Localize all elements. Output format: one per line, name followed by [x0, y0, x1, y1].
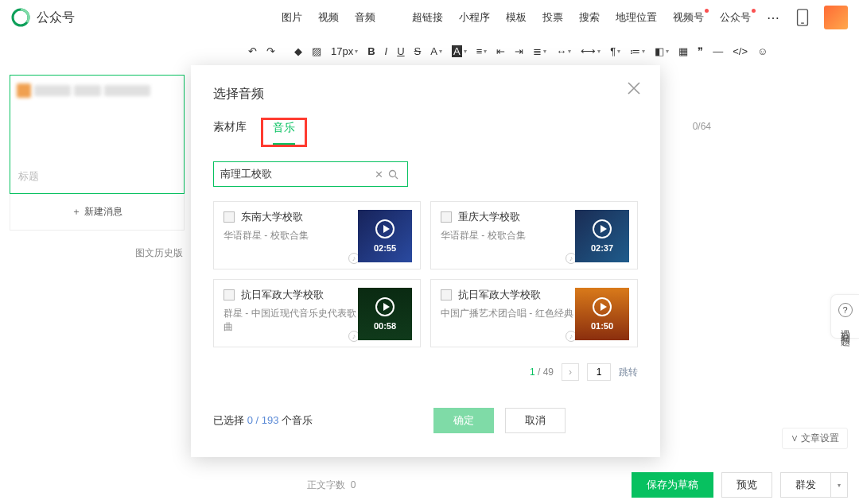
- modal-footer: 已选择 0 / 193 个音乐 确定 取消: [213, 408, 638, 433]
- checkbox-icon[interactable]: [441, 289, 452, 300]
- duration: 01:50: [591, 321, 613, 331]
- results-grid: 东南大学校歌华语群星 - 校歌合集♪02:55重庆大学校歌华语群星 - 校歌合集…: [213, 201, 638, 347]
- page-total: 49: [543, 366, 554, 378]
- cancel-button[interactable]: 取消: [505, 408, 566, 433]
- checkbox-icon[interactable]: [223, 289, 235, 300]
- result-item[interactable]: 抗日军政大学校歌群星 - 中国近现代音乐史代表歌曲♪00:58: [213, 279, 421, 347]
- result-item[interactable]: 抗日军政大学校歌中国广播艺术团合唱 - 红色经典♪01:50: [430, 279, 638, 347]
- page-current: 1: [530, 366, 535, 378]
- svg-point-3: [390, 170, 396, 176]
- modal-tabs: 素材库 音乐: [213, 120, 638, 147]
- page-jump-button[interactable]: 跳转: [619, 366, 638, 379]
- duration: 02:37: [591, 243, 613, 253]
- modal-title: 选择音频: [213, 86, 638, 103]
- checkbox-icon[interactable]: [223, 211, 235, 223]
- result-title: 东南大学校歌: [241, 210, 303, 224]
- pager: 1 / 49 › 跳转: [213, 363, 638, 381]
- result-title: 抗日军政大学校歌: [458, 288, 541, 302]
- audio-thumbnail[interactable]: 00:58: [358, 288, 412, 340]
- result-item[interactable]: 重庆大学校歌华语群星 - 校歌合集♪02:37: [430, 201, 638, 269]
- play-icon[interactable]: [375, 297, 395, 316]
- highlight-annotation: 音乐: [261, 118, 307, 147]
- search-box: ✕: [213, 161, 408, 187]
- audio-thumbnail[interactable]: 01:50: [575, 288, 629, 340]
- result-title: 重庆大学校歌: [458, 210, 520, 224]
- audio-thumbnail[interactable]: 02:55: [358, 210, 412, 262]
- result-subtitle: 群星 - 中国近现代音乐史代表歌曲: [223, 307, 358, 334]
- duration: 02:55: [374, 243, 396, 253]
- tab-music[interactable]: 音乐: [273, 121, 295, 145]
- next-page-button[interactable]: ›: [562, 363, 579, 381]
- tab-library[interactable]: 素材库: [213, 120, 247, 147]
- audio-thumbnail[interactable]: 02:37: [575, 210, 629, 262]
- play-icon[interactable]: [593, 297, 612, 316]
- play-icon[interactable]: [593, 219, 612, 238]
- select-audio-modal: 选择音频 素材库 音乐 ✕ 东南大学校歌华语群星 - 校歌合集♪02:55重庆大…: [191, 65, 660, 457]
- clear-icon[interactable]: ✕: [372, 169, 386, 180]
- confirm-button[interactable]: 确定: [433, 408, 494, 433]
- page-jump-input[interactable]: [587, 363, 611, 381]
- result-subtitle: 华语群星 - 校歌合集: [223, 229, 358, 242]
- result-subtitle: 中国广播艺术团合唱 - 红色经典: [441, 307, 575, 320]
- result-item[interactable]: 东南大学校歌华语群星 - 校歌合集♪02:55: [213, 201, 421, 269]
- close-icon[interactable]: [625, 79, 643, 97]
- result-subtitle: 华语群星 - 校歌合集: [441, 229, 575, 242]
- result-title: 抗日军政大学校歌: [241, 288, 324, 302]
- search-input[interactable]: [220, 169, 372, 180]
- checkbox-icon[interactable]: [441, 211, 452, 223]
- duration: 00:58: [374, 321, 396, 331]
- selected-info: 已选择 0 / 193 个音乐: [213, 413, 313, 428]
- search-icon[interactable]: [386, 169, 401, 180]
- play-icon[interactable]: [375, 219, 395, 238]
